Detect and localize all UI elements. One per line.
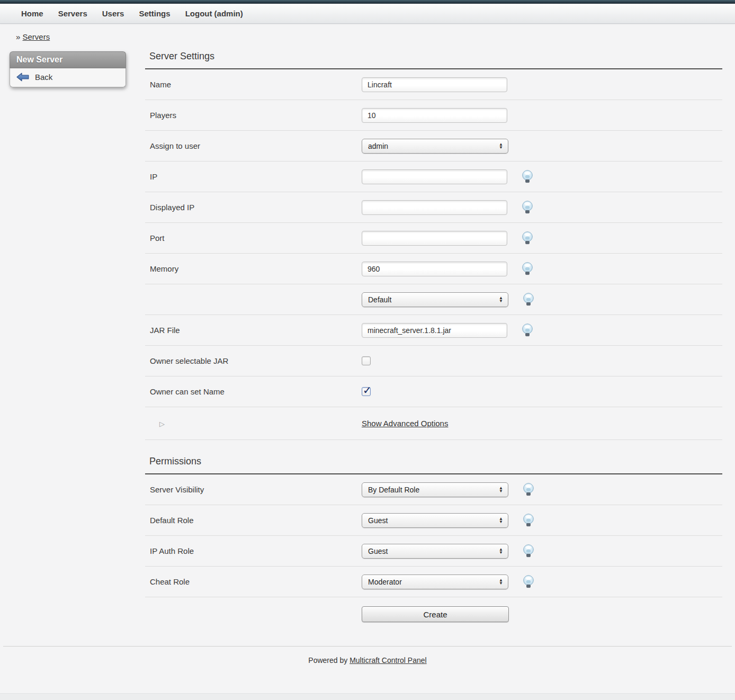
nav-item-home[interactable]: Home (14, 9, 51, 18)
main-content: Server Settings Name Players Assign to u… (145, 46, 722, 631)
row-world-type: Default ▲▼ (145, 284, 722, 315)
new-server-panel: New Server Back (10, 51, 126, 87)
displayed-ip-hint-bulb-icon[interactable] (521, 200, 534, 214)
port-input[interactable] (362, 231, 507, 246)
row-port: Port (145, 223, 722, 254)
row-cheat-role: Cheat Role Moderator ▲▼ (145, 567, 722, 597)
ip-auth-role-label: IP Auth Role (145, 546, 362, 555)
back-arrow-icon (16, 73, 29, 82)
page: Home Servers Users Settings Logout (admi… (0, 0, 735, 700)
row-advanced-options: ▷ Show Advanced Options (145, 407, 722, 440)
memory-input[interactable] (362, 262, 507, 276)
row-owner-selectable-jar: Owner selectable JAR ✓ (145, 346, 722, 376)
footer: Powered by Multicraft Control Panel (0, 647, 735, 665)
main-navigation: Home Servers Users Settings Logout (admi… (0, 4, 735, 24)
nav-item-users[interactable]: Users (95, 9, 132, 18)
ip-label: IP (145, 172, 362, 181)
memory-label: Memory (145, 264, 362, 273)
ip-input[interactable] (362, 169, 507, 184)
back-button[interactable]: Back (16, 73, 119, 82)
name-input[interactable] (362, 77, 507, 92)
nav-item-logout[interactable]: Logout (admin) (178, 9, 250, 18)
port-hint-bulb-icon[interactable] (521, 231, 534, 245)
select-arrows-icon: ▲▼ (499, 297, 504, 303)
displayed-ip-input[interactable] (362, 200, 507, 215)
jar-file-hint-bulb-icon[interactable] (521, 323, 534, 337)
select-arrows-icon: ▲▼ (499, 548, 504, 554)
cheat-role-select[interactable]: Moderator ▲▼ (362, 575, 508, 589)
permissions-title: Permissions (145, 440, 722, 473)
cheat-role-value: Moderator (368, 578, 402, 586)
default-role-value: Guest (368, 516, 388, 525)
ip-hint-bulb-icon[interactable] (521, 169, 534, 184)
cheat-role-hint-bulb-icon[interactable] (522, 575, 535, 589)
row-ip: IP (145, 161, 722, 192)
default-hint-bulb-icon[interactable] (522, 292, 535, 307)
ip-auth-role-hint-bulb-icon[interactable] (522, 544, 535, 558)
owner-can-set-name-checkbox[interactable]: ✓ (362, 387, 371, 396)
default-role-label: Default Role (145, 516, 362, 525)
players-label: Players (145, 111, 362, 120)
select-arrows-icon: ▲▼ (499, 517, 504, 524)
nav-item-servers[interactable]: Servers (51, 9, 95, 18)
assign-to-user-select[interactable]: admin ▲▼ (362, 139, 508, 154)
breadcrumb-servers-link[interactable]: Servers (23, 32, 50, 41)
server-visibility-hint-bulb-icon[interactable] (522, 482, 535, 497)
row-create: Create (145, 597, 722, 631)
players-input[interactable] (362, 108, 507, 123)
row-name: Name (145, 69, 722, 100)
jar-file-input[interactable] (362, 323, 507, 338)
select-arrows-icon: ▲▼ (499, 579, 504, 585)
ip-auth-role-select[interactable]: Guest ▲▼ (362, 544, 508, 559)
panel-body: Back (10, 68, 126, 87)
server-visibility-value: By Default Role (368, 486, 419, 494)
row-displayed-ip: Displayed IP (145, 192, 722, 223)
owner-selectable-jar-label: Owner selectable JAR (145, 356, 362, 365)
default-select-value: Default (368, 295, 391, 304)
owner-can-set-name-label: Owner can set Name (145, 387, 362, 396)
row-jar-file: JAR File (145, 315, 722, 346)
default-role-hint-bulb-icon[interactable] (522, 513, 535, 527)
jar-file-label: JAR File (145, 326, 362, 335)
breadcrumb-marker: » (16, 32, 20, 41)
select-arrows-icon: ▲▼ (499, 487, 504, 493)
row-default-role: Default Role Guest ▲▼ (145, 505, 722, 536)
panel-title: New Server (10, 51, 126, 68)
multicraft-link[interactable]: Multicraft Control Panel (349, 656, 427, 665)
ip-auth-role-value: Guest (368, 547, 388, 555)
name-label: Name (145, 80, 362, 89)
default-role-select[interactable]: Guest ▲▼ (362, 513, 508, 528)
top-accent-strip (0, 0, 735, 4)
expand-triangle-icon[interactable]: ▷ (150, 420, 165, 428)
server-settings-title: Server Settings (145, 46, 722, 68)
default-select[interactable]: Default ▲▼ (362, 292, 508, 307)
assign-to-user-value: admin (368, 142, 388, 150)
server-visibility-select[interactable]: By Default Role ▲▼ (362, 482, 508, 497)
create-button[interactable]: Create (362, 606, 509, 622)
row-owner-can-set-name: Owner can set Name ✓ (145, 376, 722, 407)
row-assign-to-user: Assign to user admin ▲▼ (145, 131, 722, 161)
checkmark-icon: ✓ (363, 384, 372, 397)
nav-item-settings[interactable]: Settings (131, 9, 177, 18)
show-advanced-options-link[interactable]: Show Advanced Options (362, 419, 448, 428)
cheat-role-label: Cheat Role (145, 577, 362, 586)
owner-selectable-jar-checkbox[interactable]: ✓ (362, 356, 371, 365)
select-arrows-icon: ▲▼ (499, 143, 504, 149)
row-memory: Memory (145, 254, 722, 284)
memory-hint-bulb-icon[interactable] (521, 262, 534, 276)
server-visibility-label: Server Visibility (145, 485, 362, 494)
back-label: Back (35, 73, 52, 82)
assign-to-user-label: Assign to user (145, 141, 362, 150)
bottom-strip (0, 693, 735, 700)
footer-text: Powered by (308, 656, 347, 665)
row-players: Players (145, 100, 722, 131)
displayed-ip-label: Displayed IP (145, 203, 362, 212)
row-ip-auth-role: IP Auth Role Guest ▲▼ (145, 536, 722, 567)
row-server-visibility: Server Visibility By Default Role ▲▼ (145, 474, 722, 505)
port-label: Port (145, 234, 362, 243)
breadcrumb: » Servers (0, 24, 735, 46)
